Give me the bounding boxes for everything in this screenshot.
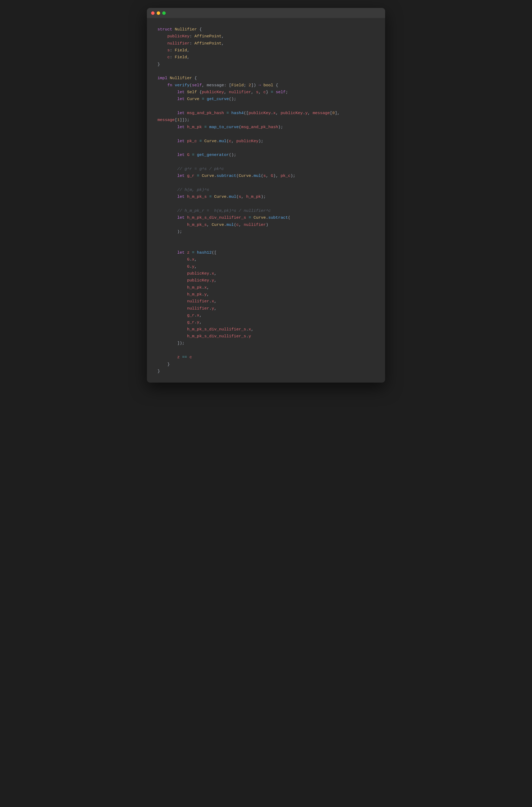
minimize-dot[interactable]	[157, 12, 160, 15]
close-dot[interactable]	[151, 12, 155, 15]
editor-window: struct Nullifier { publicKey: AffinePoin…	[147, 8, 385, 382]
maximize-dot[interactable]	[162, 12, 166, 15]
titlebar	[147, 8, 385, 18]
code-editor[interactable]: struct Nullifier { publicKey: AffinePoin…	[147, 18, 385, 382]
